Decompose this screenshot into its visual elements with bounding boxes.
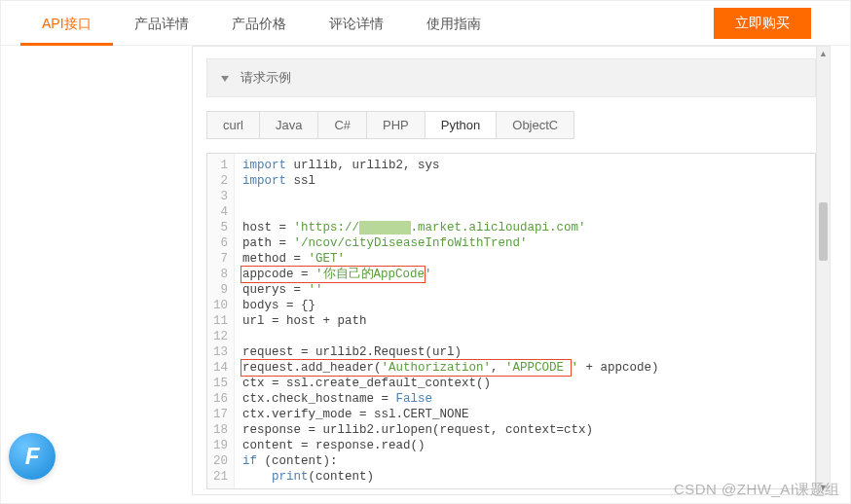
tab-guide[interactable]: 使用指南 <box>405 1 502 46</box>
code-line: bodys = {} <box>242 298 807 313</box>
language-tabs: curl Java C# PHP Python ObjectC <box>206 111 816 139</box>
scroll-up-arrow[interactable]: ▲ <box>817 47 830 60</box>
code-line: path = '/ncov/cityDiseaseInfoWithTrend' <box>242 235 807 251</box>
code-line: import urllib, urllib2, sys <box>242 158 807 173</box>
highlight-box <box>240 359 572 377</box>
code-line: content = response.read() <box>242 438 807 453</box>
code-line: import ssl <box>242 173 807 189</box>
content-panel: 请求示例 curl Java C# PHP Python ObjectC 123… <box>192 46 831 495</box>
top-nav: API接口 产品详情 产品价格 评论详情 使用指南 立即购买 <box>1 1 850 46</box>
code-line <box>242 204 807 220</box>
code-viewer: 123456789101112131415161718192021 import… <box>206 153 816 489</box>
floating-help-label: F <box>25 443 40 470</box>
code-line <box>242 329 807 344</box>
lang-tab-csharp[interactable]: C# <box>317 111 367 139</box>
lang-tab-java[interactable]: Java <box>259 111 318 139</box>
tab-api[interactable]: API接口 <box>20 1 113 46</box>
request-example-header[interactable]: 请求示例 <box>206 58 816 97</box>
content-scroll: 请求示例 curl Java C# PHP Python ObjectC 123… <box>193 47 830 494</box>
code-line: ctx = ssl.create_default_context() <box>242 376 807 391</box>
highlight-box <box>240 266 426 283</box>
scroll-thumb[interactable] <box>819 202 828 261</box>
code-line: host = 'https://xxxxxxx.market.aliclouda… <box>242 220 807 235</box>
code-line: ctx.verify_mode = ssl.CERT_NONE <box>242 407 807 422</box>
buy-button[interactable]: 立即购买 <box>714 8 811 39</box>
code-line: request = urllib2.Request(url) <box>242 344 807 360</box>
lang-tab-php[interactable]: PHP <box>366 111 426 139</box>
code-line <box>242 189 807 204</box>
lang-tab-objectc[interactable]: ObjectC <box>496 111 574 139</box>
code-line: querys = '' <box>242 282 807 298</box>
lang-tab-python[interactable]: Python <box>425 111 497 139</box>
code-line: if (content): <box>242 453 807 469</box>
tab-detail[interactable]: 产品详情 <box>113 1 210 46</box>
code-line: url = host + path <box>242 313 807 329</box>
code-line: print(content) <box>242 469 807 485</box>
line-number-gutter: 123456789101112131415161718192021 <box>207 154 235 488</box>
code-lines[interactable]: import urllib, urllib2, sysimport ssl ho… <box>235 154 815 488</box>
request-example-title: 请求示例 <box>240 70 291 85</box>
code-line: ctx.check_hostname = False <box>242 391 807 407</box>
lang-tab-curl[interactable]: curl <box>206 111 260 139</box>
code-line: response = urllib2.urlopen(request, cont… <box>242 422 807 438</box>
scroll-down-arrow[interactable]: ▼ <box>817 481 830 494</box>
tab-review[interactable]: 评论详情 <box>308 1 405 46</box>
tab-price[interactable]: 产品价格 <box>210 1 308 46</box>
floating-help-icon[interactable]: F <box>9 433 56 480</box>
code-line: method = 'GET' <box>242 251 807 267</box>
vertical-scrollbar[interactable]: ▲ ▼ <box>816 47 830 494</box>
chevron-down-icon <box>221 76 229 82</box>
